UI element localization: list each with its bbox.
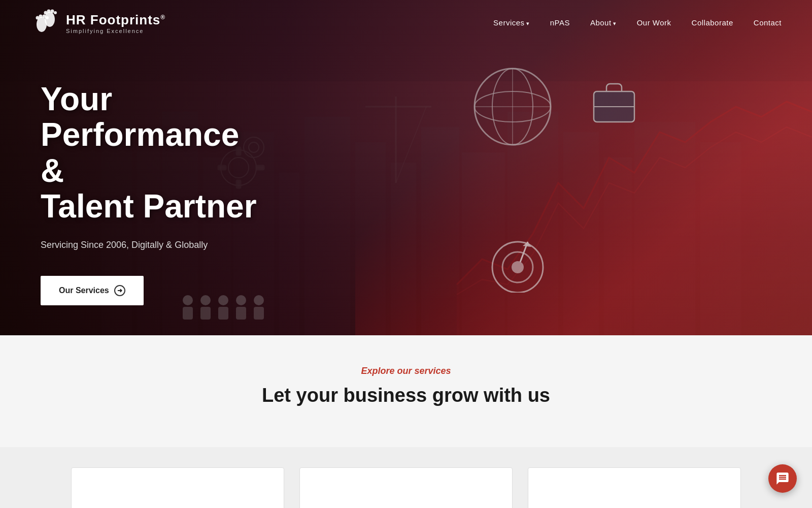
navbar: HR Footprints® Simplifying Excellence Se… (0, 0, 812, 46)
hero-cta-button[interactable]: Our Services ➜ (41, 276, 144, 305)
hero-subtitle: Servicing Since 2006, Digitally & Global… (41, 240, 264, 250)
svg-point-56 (43, 14, 46, 18)
svg-point-54 (36, 16, 40, 19)
service-card-2[interactable] (299, 467, 513, 508)
logo-footprint-icon (30, 7, 61, 40)
chart-overlay (355, 0, 812, 335)
grow-heading: Let your business grow with us (41, 385, 771, 406)
hero-section: HR Footprints® Simplifying Excellence Se… (0, 0, 812, 335)
nav-link-services[interactable]: Services (493, 18, 530, 27)
nav-link-about[interactable]: About (590, 18, 617, 27)
nav-link-collaborate[interactable]: Collaborate (692, 18, 733, 27)
nav-link-contact[interactable]: Contact (754, 18, 782, 27)
service-card-3[interactable] (528, 467, 741, 508)
briefcase-icon-decoration (589, 76, 639, 129)
svg-point-57 (46, 16, 49, 19)
nav-menu: Services nPAS About Our Work Collaborate… (493, 18, 782, 27)
svg-point-58 (44, 11, 48, 14)
target-icon-decoration (487, 232, 548, 295)
svg-point-55 (39, 14, 43, 18)
cards-row (0, 447, 812, 508)
chat-button[interactable] (768, 464, 797, 493)
nav-item-about[interactable]: About (590, 18, 617, 27)
nav-item-services[interactable]: Services (493, 18, 530, 27)
nav-item-npas[interactable]: nPAS (550, 18, 570, 27)
logo-text: HR Footprints® Simplifying Excellence (66, 12, 165, 34)
globe-icon-decoration (467, 61, 558, 175)
svg-point-39 (512, 261, 524, 273)
brand-name: HR Footprints® (66, 12, 165, 28)
brand-tagline: Simplifying Excellence (66, 28, 165, 34)
svg-point-60 (51, 9, 54, 13)
nav-item-contact[interactable]: Contact (754, 18, 782, 27)
services-section: Explore our services Let your business g… (0, 335, 812, 447)
svg-point-61 (54, 11, 57, 14)
chat-icon (775, 471, 790, 486)
nav-item-our-work[interactable]: Our Work (637, 18, 671, 27)
nav-link-our-work[interactable]: Our Work (637, 18, 671, 27)
svg-point-59 (47, 9, 51, 13)
explore-eyebrow: Explore our services (41, 366, 771, 376)
logo[interactable]: HR Footprints® Simplifying Excellence (30, 7, 165, 40)
hero-title: Your Performance & Talent Partner (41, 81, 264, 225)
arrow-circle-icon: ➜ (114, 285, 125, 296)
service-card-1[interactable] (71, 467, 284, 508)
hero-content: Your Performance & Talent Partner Servic… (0, 0, 304, 335)
nav-item-collaborate[interactable]: Collaborate (692, 18, 733, 27)
nav-link-npas[interactable]: nPAS (550, 18, 570, 27)
